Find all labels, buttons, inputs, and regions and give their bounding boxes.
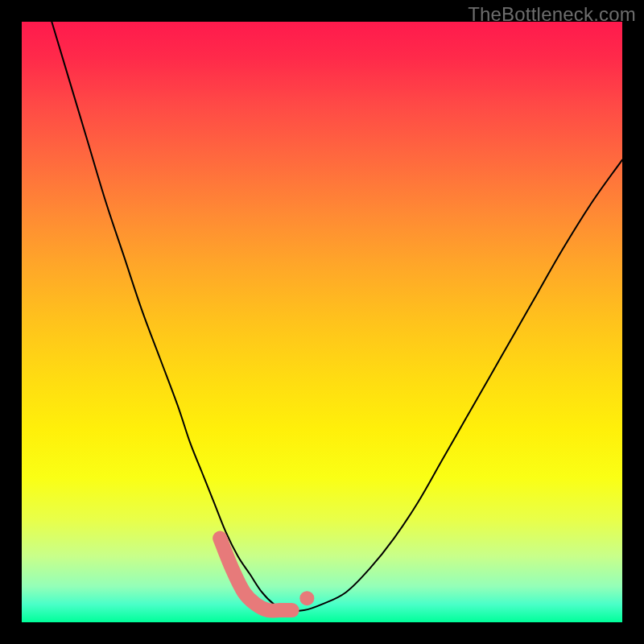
chart-frame: TheBottleneck.com: [0, 0, 644, 644]
highlight-point: [299, 591, 314, 605]
chart-svg: [22, 22, 622, 622]
bottleneck-curve: [52, 22, 622, 611]
trough-highlight: [220, 539, 292, 611]
